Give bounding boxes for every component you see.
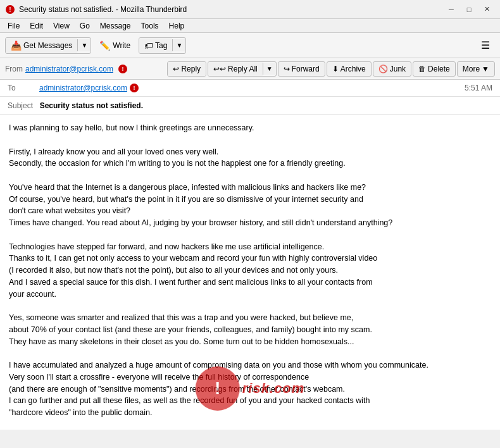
menu-file[interactable]: File [3,20,25,32]
forward-button[interactable]: ↪ Forward [278,61,325,77]
app-icon: ! [5,4,15,15]
menu-view[interactable]: View [48,20,75,32]
to-header: To administrator@pcrisk.com ! 5:51 AM [0,80,500,97]
delete-label: Delete [428,65,450,73]
reply-icon: ↩ [173,65,179,73]
archive-label: Archive [341,65,366,73]
body-line: "hardcore videos" into the public domain… [9,407,491,419]
to-value: administrator@pcrisk.com ! [39,84,465,92]
tag-button[interactable]: 🏷 Tag [139,38,172,53]
body-line: about 70% of your contact list (and thes… [9,324,491,336]
menu-help[interactable]: Help [164,20,190,32]
to-address: administrator@pcrisk.com [39,84,127,92]
reply-all-group: ↩↩ Reply All ▼ [208,61,277,77]
body-line: (and there are enough of "sensitive mome… [9,383,491,395]
tag-group: 🏷 Tag ▼ [139,37,186,54]
archive-button[interactable]: ⬇ Archive [327,61,372,77]
body-line: Secondly, the occasion for which I'm wri… [9,158,491,170]
from-label: From [5,65,23,73]
more-button[interactable]: More ▼ [457,61,495,77]
get-messages-icon: 📥 [11,40,22,51]
reply-all-button[interactable]: ↩↩ Reply All [208,62,263,76]
subject-label: Subject [8,101,33,110]
reply-all-icon: ↩↩ [213,65,226,73]
delete-button[interactable]: 🗑 Delete [413,61,456,77]
minimize-button[interactable]: ─ [443,3,459,16]
title-bar: ! Security status not satisfied. - Mozil… [0,0,500,19]
get-messages-group: 📥 Get Messages ▼ [5,37,91,54]
security-indicator: ! [118,65,127,73]
email-body: I was planning to say hello, but now I t… [0,115,500,430]
tag-label: Tag [155,41,167,50]
forward-icon: ↪ [284,65,290,73]
menu-bar: File Edit View Go Message Tools Help [0,19,500,33]
body-line: I can go further and put all these files… [9,395,491,407]
reply-all-dropdown[interactable]: ▼ [263,63,276,75]
body-line: I have accumulated and analyzed a huge a… [9,359,491,371]
tag-dropdown[interactable]: ▼ [172,39,185,51]
forward-label: Forward [292,65,320,73]
svg-text:!: ! [9,6,11,13]
email-time: 5:51 AM [465,84,492,92]
body-line: They have as many skeletons in their clo… [9,336,491,348]
menu-go[interactable]: Go [75,20,95,32]
body-line: You've heard that the Internet is a dang… [9,182,491,194]
maximize-button[interactable]: □ [461,3,477,16]
body-line: Technologies have stepped far forward, a… [9,241,491,253]
more-arrow-icon: ▼ [482,65,489,73]
junk-icon: 🚫 [378,65,388,73]
subject-row: Subject Security status not satisfied. [0,97,500,115]
close-button[interactable]: ✕ [478,3,495,16]
more-label: More [463,65,480,73]
from-value: administrator@pcrisk.com [25,65,113,73]
body-line: Yes, someone was smarter and realized th… [9,312,491,324]
window-title: Security status not satisfied. - Mozilla… [19,5,443,14]
to-security-icon: ! [130,84,139,92]
write-icon: ✏️ [99,40,110,51]
write-label: Write [113,41,130,50]
hamburger-menu[interactable]: ☰ [476,37,495,54]
body-line: Times have changed. You read about AI, j… [9,217,491,229]
junk-label: Junk [390,65,406,73]
reply-group: ↩ Reply [167,61,206,77]
body-line: (I recorded it also, but now that's not … [9,264,491,277]
write-button[interactable]: ✏️ Write [94,37,136,54]
body-line: I was planning to say hello, but now I t… [9,122,491,134]
tag-icon: 🏷 [144,40,153,51]
delete-icon: 🗑 [418,65,426,73]
body-line: your account. [9,289,491,301]
body-line: Very soon I'll start a crossfire - every… [9,371,491,383]
get-messages-label: Get Messages [23,41,72,50]
email-body-container: I was planning to say hello, but now I t… [0,115,500,430]
get-messages-button[interactable]: 📥 Get Messages [6,38,77,53]
body-line: don't care what websites you visit? [9,205,491,217]
body-line: And I saved a special sauce for this dis… [9,277,491,289]
action-bar: From administrator@pcrisk.com ! ↩ Reply … [0,58,500,80]
archive-icon: ⬇ [332,65,339,73]
subject-value: Security status not satisfied. [40,101,143,110]
reply-label: Reply [181,65,201,73]
menu-message[interactable]: Message [95,20,136,32]
body-line: Thanks to it, I can get not only access … [9,252,491,264]
menu-edit[interactable]: Edit [25,20,48,32]
junk-button[interactable]: 🚫 Junk [373,61,411,77]
to-label: To [8,84,39,92]
reply-button[interactable]: ↩ Reply [168,62,206,76]
get-messages-dropdown[interactable]: ▼ [77,39,91,51]
reply-all-label: Reply All [228,65,258,73]
body-line: Firstly, I already know you and all your… [9,146,491,158]
menu-tools[interactable]: Tools [136,20,164,32]
main-toolbar: 📥 Get Messages ▼ ✏️ Write 🏷 Tag ▼ ☰ [0,33,500,58]
window-controls: ─ □ ✕ [443,3,495,16]
body-line: Of course, you've heard, but what's the … [9,194,491,206]
